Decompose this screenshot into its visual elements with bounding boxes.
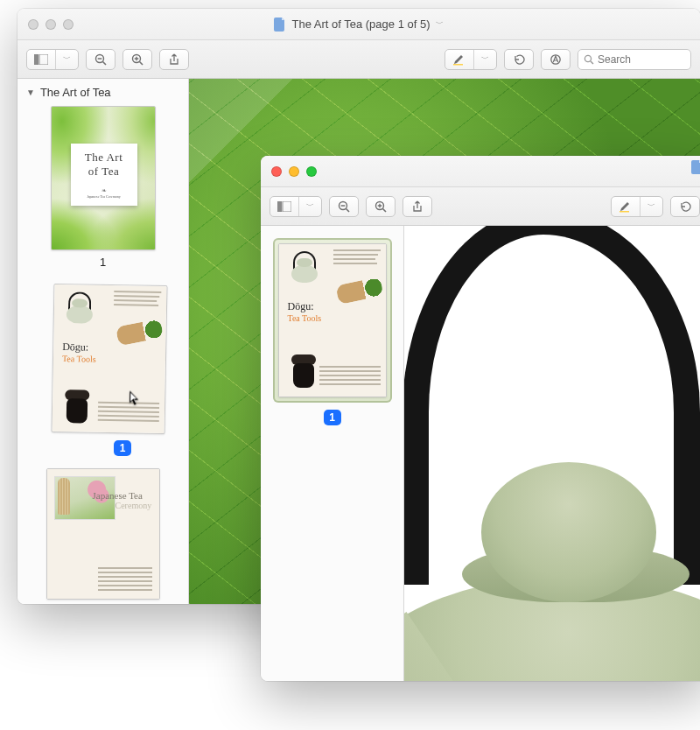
sidebar-view-icon	[270, 197, 298, 216]
chevron-down-icon: ﹀	[473, 50, 496, 69]
rotate-button[interactable]	[670, 196, 700, 217]
minimize-button[interactable]	[46, 19, 56, 30]
selected-thumbnail-frame: Dōgu: Tea Tools	[273, 238, 392, 403]
page-thumbnail-1[interactable]: The Art of Tea Japanese Tea Ceremony	[51, 106, 156, 250]
share-icon	[412, 200, 423, 213]
page-badge: 1	[324, 410, 341, 425]
document-proxy-icon[interactable]	[691, 160, 700, 174]
chevron-down-icon: ﹀	[55, 50, 78, 69]
highlight-button[interactable]: ﹀	[444, 49, 497, 70]
zoom-out-icon	[338, 200, 350, 213]
highlighter-icon	[445, 50, 473, 69]
sidebar-doc-header[interactable]: ▼ The Art of Tea	[26, 86, 179, 99]
titlebar[interactable]	[261, 156, 700, 187]
sidebar-doc-title: The Art of Tea	[40, 86, 111, 99]
traffic-lights	[261, 166, 317, 177]
share-icon	[169, 53, 179, 66]
svg-line-12	[591, 61, 593, 64]
page-art: Japanese Tea Ceremony 和敬	[47, 469, 159, 599]
rotate-icon	[679, 200, 691, 213]
highlight-button[interactable]: ﹀	[611, 196, 663, 217]
zoom-button[interactable]	[306, 166, 317, 177]
svg-line-3	[103, 61, 107, 65]
close-button[interactable]	[28, 19, 38, 30]
disclosure-triangle-icon[interactable]: ▼	[26, 88, 35, 97]
titlebar[interactable]: The Art of Tea (page 1 of 5) ﹀	[18, 9, 700, 40]
zoom-out-button[interactable]	[86, 49, 116, 70]
svg-rect-0	[34, 54, 38, 65]
thumbnails-sidebar[interactable]: Dōgu: Tea Tools 1	[261, 226, 404, 681]
page-thumbnail-2[interactable]: Japanese Tea Ceremony 和敬	[46, 468, 160, 600]
cover-title-card: The Art of Tea Japanese Tea Ceremony	[71, 144, 137, 206]
document-viewer[interactable]	[404, 226, 700, 681]
document-icon	[274, 18, 286, 32]
zoom-in-button[interactable]	[122, 49, 152, 70]
markup-button[interactable]	[541, 49, 570, 70]
svg-point-11	[584, 55, 591, 61]
dragged-page-thumbnail[interactable]: Dōgu: Tea Tools	[52, 284, 168, 434]
title-chevron-icon[interactable]: ﹀	[436, 18, 444, 30]
chevron-down-icon: ﹀	[640, 197, 662, 216]
svg-rect-13	[277, 201, 282, 212]
zoom-in-icon	[131, 53, 144, 66]
rotate-icon	[513, 53, 525, 66]
search-input[interactable]	[598, 53, 676, 66]
search-icon	[584, 54, 594, 65]
page-number-label: 1	[100, 256, 106, 269]
highlighter-icon	[612, 197, 640, 216]
svg-rect-9	[453, 64, 463, 66]
share-button[interactable]	[159, 49, 189, 70]
sidebar-view-icon	[27, 50, 55, 69]
svg-rect-1	[39, 54, 48, 65]
window-title-text: The Art of Tea (page 1 of 5)	[291, 18, 430, 31]
svg-line-6	[140, 61, 144, 65]
page-art: Dōgu: Tea Tools	[279, 244, 386, 397]
page-thumbnail-1[interactable]: Dōgu: Tea Tools	[278, 243, 387, 397]
toolbar: ﹀ ﹀	[261, 187, 700, 226]
view-mode-button[interactable]: ﹀	[270, 196, 322, 217]
teapot-illustration	[404, 226, 700, 681]
zoom-in-icon	[374, 200, 387, 213]
chevron-down-icon: ﹀	[298, 197, 321, 216]
page-art: Dōgu: Tea Tools	[52, 284, 167, 433]
zoom-out-button[interactable]	[329, 196, 359, 217]
toolbar: ﹀ ﹀	[18, 40, 700, 79]
zoom-button[interactable]	[63, 19, 74, 30]
markup-icon	[550, 53, 562, 66]
svg-line-19	[383, 208, 387, 212]
zoom-in-button[interactable]	[366, 196, 396, 217]
svg-rect-14	[283, 201, 291, 212]
search-field[interactable]	[578, 49, 691, 70]
rotate-button[interactable]	[504, 49, 534, 70]
zoom-out-icon	[94, 53, 107, 66]
thumbnails-sidebar[interactable]: ▼ The Art of Tea The Art of Tea Japanese…	[18, 79, 189, 604]
close-button[interactable]	[271, 166, 282, 177]
share-button[interactable]	[402, 196, 432, 217]
window-title: The Art of Tea (page 1 of 5) ﹀	[18, 18, 700, 32]
svg-line-16	[346, 208, 350, 212]
traffic-lights	[18, 19, 74, 30]
view-mode-button[interactable]: ﹀	[26, 49, 79, 70]
svg-rect-22	[620, 211, 629, 213]
drag-page-badge: 1	[114, 440, 131, 456]
preview-window-front: ﹀ ﹀	[261, 156, 700, 681]
minimize-button[interactable]	[289, 166, 299, 177]
